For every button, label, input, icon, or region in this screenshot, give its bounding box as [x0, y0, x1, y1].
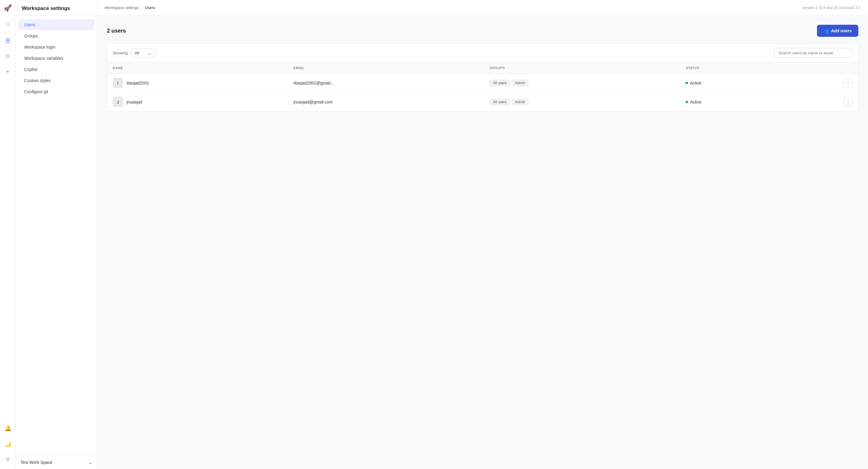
search-input[interactable] [774, 48, 852, 58]
user-name: iitasjad2001 [127, 80, 149, 86]
sidebar-item-workspace-login[interactable]: Workspace login [18, 42, 95, 53]
user-email-cell: iitasjad2001@gmail... [288, 74, 484, 93]
user-name: jnuasjad [127, 100, 142, 104]
workspace-footer[interactable]: Test Work Space ⌄ [16, 456, 97, 469]
add-users-button[interactable]: 👥 Add users [817, 25, 858, 37]
sidebar: Workspace settings Users Groups Workspac… [16, 0, 97, 469]
user-groups-cell: All usersAdmin [484, 74, 680, 93]
user-actions-cell: ⋮ [782, 93, 858, 112]
dropdown-chevron-icon: ⌄ [148, 51, 151, 55]
layers-icon[interactable]: ⧉ [4, 51, 11, 61]
main-content: Workspace settings › Users Version 2.33.… [97, 0, 868, 469]
status-dot [686, 82, 688, 84]
filter-left: Showing All ⌄ [113, 48, 155, 57]
plugin-icon[interactable]: ✦ [4, 67, 12, 77]
user-email-cell: jnuasjad@gmail.com [288, 93, 484, 112]
page-header: 2 users 👥 Add users [107, 25, 858, 37]
status-dot [686, 101, 688, 103]
breadcrumb-current: Users [145, 5, 155, 10]
breadcrumb: Workspace settings › Users [104, 5, 155, 10]
moon-icon[interactable]: 🌙 [3, 439, 13, 449]
icon-rail: 🚀 ⠿ ☰ ⧉ ✦ 🔔 🌙 ⚙ [0, 0, 16, 469]
col-groups: GROUPS [484, 63, 680, 74]
app-logo[interactable]: 🚀 [4, 4, 12, 12]
user-name-cell: I iitasjad2001 [107, 74, 288, 93]
avatar: I [113, 78, 123, 88]
grid-icon[interactable]: ⠿ [4, 20, 11, 30]
sidebar-nav: Users Groups Workspace login Workspace v… [16, 16, 97, 456]
group-tag: Admin [512, 80, 529, 86]
user-cell: J jnuasjad [113, 97, 283, 107]
user-cell: I iitasjad2001 [113, 78, 283, 88]
breadcrumb-parent[interactable]: Workspace settings [104, 5, 138, 10]
status-cell: Active [686, 80, 776, 86]
user-status-cell: Active [680, 74, 782, 93]
sidebar-item-users[interactable]: Users [18, 19, 95, 30]
table-header-row: NAME EMAIL GROUPS STATUS [107, 63, 858, 74]
group-tag: All users [490, 99, 510, 105]
sidebar-title: Workspace settings [16, 0, 97, 16]
table-row: J jnuasjad jnuasjad@gmail.comAll usersAd… [107, 93, 858, 112]
col-actions [782, 63, 858, 74]
user-status-cell: Active [680, 93, 782, 112]
group-tag: All users [490, 80, 510, 86]
page-body: 2 users 👥 Add users Showing All ⌄ [97, 16, 868, 469]
sidebar-item-groups[interactable]: Groups [18, 31, 95, 41]
showing-label: Showing [113, 51, 128, 55]
chevron-down-icon: ⌄ [89, 460, 92, 465]
group-tag: Admin [512, 99, 529, 105]
col-status: STATUS [680, 63, 782, 74]
col-name: NAME [107, 63, 288, 74]
sidebar-item-configure-git[interactable]: Configure git [18, 86, 95, 97]
user-actions-cell: ⋮ [782, 74, 858, 93]
users-table-container: Showing All ⌄ NAME EMAIL GROUPS STATUS [107, 43, 858, 112]
user-name-cell: J jnuasjad [107, 93, 288, 112]
bell-icon[interactable]: 🔔 [3, 423, 13, 433]
top-bar: Workspace settings › Users Version 2.33.… [97, 0, 868, 16]
avatar: J [113, 97, 123, 107]
workspace-name: Test Work Space [21, 460, 53, 465]
breadcrumb-chevron: › [141, 5, 142, 10]
users-table: NAME EMAIL GROUPS STATUS I iitasjad2001 … [107, 63, 858, 111]
version-text: Version 2.33.6-ee2.15.19-cloud2.3.7 [803, 6, 861, 10]
sidebar-item-copilot[interactable]: Copilot [18, 64, 95, 75]
sidebar-item-workspace-variables[interactable]: Workspace variables [18, 53, 95, 64]
list-icon[interactable]: ☰ [4, 36, 12, 46]
status-label: Active [690, 80, 701, 86]
settings-icon[interactable]: ⚙ [4, 455, 12, 465]
filter-value: All [135, 51, 139, 55]
table-row: I iitasjad2001 iitasjad2001@gmail...All … [107, 74, 858, 93]
users-count: 2 users [107, 28, 126, 34]
sidebar-item-custom-styles[interactable]: Custom styles [18, 75, 95, 86]
add-users-icon: 👥 [824, 28, 829, 33]
col-email: EMAIL [288, 63, 484, 74]
add-users-label: Add users [831, 28, 852, 33]
more-options-button[interactable]: ⋮ [843, 78, 852, 88]
filter-select[interactable]: All ⌄ [131, 48, 155, 57]
more-options-button[interactable]: ⋮ [843, 98, 852, 106]
filter-bar: Showing All ⌄ [107, 44, 858, 63]
status-cell: Active [686, 100, 776, 104]
status-label: Active [690, 100, 701, 104]
user-groups-cell: All usersAdmin [484, 93, 680, 112]
